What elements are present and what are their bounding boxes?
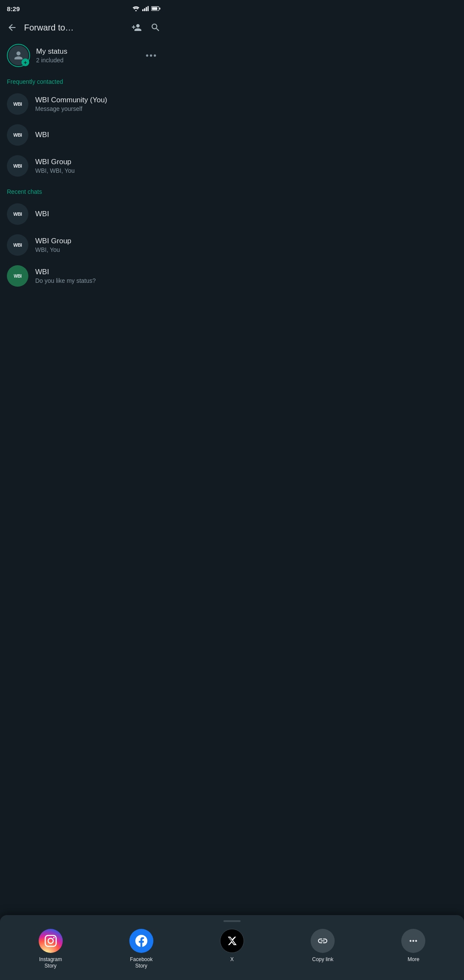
add-status-badge: +	[21, 58, 29, 66]
battery-icon	[151, 6, 161, 11]
wbi-frequent-avatar: WBI	[7, 124, 28, 146]
svg-rect-6	[152, 7, 158, 10]
list-item-wbi-contact[interactable]: WBI WBI Do you like my status?	[0, 260, 168, 291]
wbi-community-info: WBI Community (You) Message yourself	[35, 96, 161, 112]
wbi-group-frequent-sub: WBI, WBI, You	[35, 167, 161, 174]
list-item-wbi-frequent[interactable]: WBI WBI	[0, 119, 168, 150]
signal-icon	[142, 6, 149, 11]
wbi-recent-avatar: WBI	[7, 203, 28, 225]
my-status-avatar-ring: +	[7, 44, 30, 67]
svg-rect-7	[159, 8, 160, 10]
add-contact-button[interactable]	[128, 19, 145, 36]
back-button[interactable]	[3, 19, 21, 36]
list-item-wbi-recent[interactable]: WBI WBI	[0, 199, 168, 230]
wbi-community-sub: Message yourself	[35, 105, 161, 112]
scroll-area: + My status 2 included ••• Frequently co…	[0, 40, 168, 369]
app-bar: Forward to…	[0, 15, 168, 40]
wbi-frequent-logo: WBI	[13, 132, 22, 138]
wbi-contact-avatar: WBI	[7, 265, 28, 287]
wbi-community-logo: WBI	[13, 101, 22, 107]
my-status-info: My status 2 included	[36, 47, 142, 64]
wbi-community-name: WBI Community (You)	[35, 96, 161, 104]
wbi-frequent-name: WBI	[35, 131, 161, 139]
wbi-group-recent-avatar: WBI	[7, 234, 28, 256]
svg-rect-2	[144, 8, 145, 11]
wbi-frequent-info: WBI	[35, 131, 161, 139]
wbi-recent-info: WBI	[35, 210, 161, 218]
my-status-item[interactable]: + My status 2 included •••	[0, 40, 168, 71]
wbi-group-recent-name: WBI Group	[35, 237, 161, 245]
wbi-contact-info: WBI Do you like my status?	[35, 268, 161, 284]
page-title: Forward to…	[24, 23, 125, 33]
status-bar: 8:29	[0, 0, 168, 15]
frequently-contacted-header: Frequently contacted	[0, 71, 168, 89]
wbi-contact-logo: WBI	[14, 274, 21, 279]
svg-point-0	[135, 10, 137, 11]
wbi-group-frequent-logo: WBI	[13, 163, 22, 168]
svg-rect-3	[146, 7, 147, 11]
wbi-group-frequent-name: WBI Group	[35, 158, 161, 166]
svg-rect-4	[147, 6, 149, 11]
wbi-recent-name: WBI	[35, 210, 161, 218]
app-bar-actions	[128, 19, 164, 36]
wbi-community-avatar: WBI	[7, 93, 28, 115]
wbi-recent-logo: WBI	[13, 211, 22, 217]
my-status-more-button[interactable]: •••	[142, 47, 161, 64]
status-icons	[132, 6, 161, 11]
my-status-name: My status	[36, 47, 142, 56]
status-time: 8:29	[7, 5, 20, 12]
wbi-contact-sub: Do you like my status?	[35, 277, 161, 284]
list-item-wbi-community[interactable]: WBI WBI Community (You) Message yourself	[0, 89, 168, 119]
wbi-group-recent-sub: WBI, You	[35, 246, 161, 253]
list-item-wbi-group-frequent[interactable]: WBI WBI Group WBI, WBI, You	[0, 150, 168, 181]
wbi-contact-name: WBI	[35, 268, 161, 276]
wifi-icon	[132, 6, 140, 11]
search-button[interactable]	[147, 19, 164, 36]
list-item-wbi-group-recent[interactable]: WBI WBI Group WBI, You	[0, 230, 168, 260]
wbi-group-frequent-info: WBI Group WBI, WBI, You	[35, 158, 161, 174]
wbi-group-frequent-avatar: WBI	[7, 155, 28, 177]
my-status-sub: 2 included	[36, 57, 142, 64]
wbi-group-recent-logo: WBI	[13, 242, 22, 248]
wbi-group-recent-info: WBI Group WBI, You	[35, 237, 161, 253]
svg-rect-1	[142, 9, 143, 12]
recent-chats-header: Recent chats	[0, 181, 168, 199]
